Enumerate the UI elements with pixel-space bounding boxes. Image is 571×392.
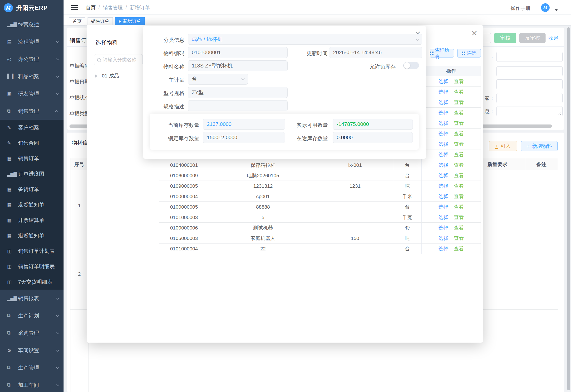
select-link[interactable]: 选择 bbox=[438, 214, 449, 221]
sidebar-item-经营总控[interactable]: ▂▅▇经营总控 bbox=[0, 16, 63, 33]
spec-input[interactable] bbox=[188, 100, 288, 111]
select-link[interactable]: 选择 bbox=[438, 78, 449, 85]
sidebar-item-销售订单计划表[interactable]: ◫销售订单计划表 bbox=[0, 243, 63, 259]
select-link[interactable]: 选择 bbox=[438, 130, 449, 137]
view-link[interactable]: 查看 bbox=[454, 183, 464, 189]
table-row[interactable]: 010000000588888台选择查看 bbox=[159, 202, 481, 212]
vertical-scrollbar[interactable] bbox=[567, 27, 570, 390]
view-link[interactable]: 查看 bbox=[454, 204, 464, 210]
table-row[interactable]: 0100000004cp001千米选择查看 bbox=[159, 191, 481, 202]
view-link[interactable]: 查看 bbox=[454, 162, 464, 168]
view-link[interactable]: 查看 bbox=[454, 235, 464, 242]
view-link[interactable]: 查看 bbox=[454, 172, 464, 179]
view-link[interactable]: 查看 bbox=[454, 193, 464, 200]
select-link[interactable]: 选择 bbox=[438, 162, 449, 168]
info-textarea[interactable] bbox=[496, 106, 563, 116]
sidebar-item-销售合同[interactable]: ✎销售合同 bbox=[0, 135, 63, 151]
sidebar-item-车间设置[interactable]: ⚙车间设置 bbox=[0, 342, 63, 359]
sidebar-item-加工车间[interactable]: ⧉加工车间 bbox=[0, 376, 63, 392]
select-link[interactable]: 选择 bbox=[438, 141, 449, 148]
tab-新增订单[interactable]: 新增订单 bbox=[115, 17, 145, 25]
negative-stock-toggle[interactable] bbox=[403, 62, 419, 69]
order-side-input-2[interactable] bbox=[496, 66, 563, 76]
category-search-input[interactable] bbox=[103, 57, 140, 62]
sidebar-item-销售管理[interactable]: ⧉销售管理 bbox=[0, 102, 63, 120]
select-link[interactable]: 选择 bbox=[438, 235, 449, 242]
collapse-link[interactable]: 收起 bbox=[548, 35, 558, 41]
model-input[interactable] bbox=[188, 87, 288, 98]
audit-button[interactable]: 审核 bbox=[494, 33, 516, 43]
add-material-button[interactable]: + 新增物料 bbox=[521, 141, 558, 151]
breadcrumb-item[interactable]: 首页 bbox=[86, 4, 96, 11]
updated-input[interactable] bbox=[329, 47, 422, 58]
sidebar-item-生产计划[interactable]: ⧉生产计划 bbox=[0, 307, 63, 324]
select-link[interactable]: 选择 bbox=[438, 99, 449, 106]
select-link[interactable]: 选择 bbox=[438, 151, 449, 158]
sidebar-item-销售报表[interactable]: ▂▅▇销售报表 bbox=[0, 290, 63, 307]
sidebar-item-备货订单[interactable]: ▦备货订单 bbox=[0, 182, 63, 197]
unaudit-button[interactable]: 反审核 bbox=[519, 33, 545, 43]
current-stock-input[interactable] bbox=[203, 119, 285, 130]
sidebar-item-销售订单明细表[interactable]: ◫销售订单明细表 bbox=[0, 259, 63, 274]
view-link[interactable]: 查看 bbox=[454, 78, 464, 85]
vendor-input[interactable] bbox=[496, 93, 563, 103]
view-link[interactable]: 查看 bbox=[454, 130, 464, 137]
select-link[interactable]: 选择 bbox=[438, 204, 449, 210]
table-row[interactable]: 010100000422台选择查看 bbox=[159, 243, 481, 254]
view-link[interactable]: 查看 bbox=[454, 151, 464, 158]
sidebar-item-生产管理[interactable]: ⧉生产管理 bbox=[0, 359, 63, 376]
picker-close-icon[interactable]: × bbox=[471, 29, 478, 37]
select-link[interactable]: 选择 bbox=[438, 224, 449, 231]
tree-expand-caret-icon[interactable] bbox=[95, 74, 99, 78]
sidebar-item-发货通知单[interactable]: ▦发货通知单 bbox=[0, 197, 63, 212]
view-link[interactable]: 查看 bbox=[454, 245, 464, 252]
table-row[interactable]: 01010000035千克选择查看 bbox=[159, 212, 481, 223]
table-row[interactable]: 010900000512313121231吨选择查看 bbox=[159, 181, 481, 191]
sidebar-item-研发管理[interactable]: ▣研发管理 bbox=[0, 85, 63, 102]
select-link[interactable]: 选择 bbox=[438, 89, 449, 95]
sidebar-item-7天交货明细表[interactable]: ◫7天交货明细表 bbox=[0, 274, 63, 290]
sidebar-item-采购管理[interactable]: ⧉采购管理 bbox=[0, 324, 63, 342]
user-avatar[interactable]: M bbox=[541, 3, 550, 12]
view-link[interactable]: 查看 bbox=[454, 120, 464, 127]
sidebar-item-客户档案[interactable]: ✎客户档案 bbox=[0, 120, 63, 135]
tab-销售订单[interactable]: 销售订单 bbox=[88, 17, 113, 25]
breadcrumb-item[interactable]: 销售管理 bbox=[103, 4, 123, 11]
view-link[interactable]: 查看 bbox=[454, 89, 464, 95]
table-row[interactable]: 0105000003家庭机器人150吨选择查看 bbox=[159, 233, 481, 243]
sidebar-collapse-icon[interactable] bbox=[71, 5, 78, 6]
user-menu-caret-icon[interactable] bbox=[555, 9, 558, 13]
category-tree-node[interactable]: 01-成品 bbox=[95, 72, 119, 79]
select-link[interactable]: 选择 bbox=[438, 172, 449, 179]
transit-stock-input[interactable] bbox=[333, 132, 413, 143]
select-link[interactable]: 选择 bbox=[438, 120, 449, 127]
sidebar-item-开票结算单[interactable]: ▦开票结算单 bbox=[0, 212, 63, 228]
view-link[interactable]: 查看 bbox=[454, 110, 464, 116]
category-select[interactable]: 成品 / 纸杯机 bbox=[188, 34, 422, 45]
order-side-input-3[interactable] bbox=[496, 79, 563, 89]
name-input[interactable] bbox=[188, 60, 288, 71]
available-stock-input[interactable] bbox=[333, 119, 413, 130]
breadcrumb-item[interactable]: 新增订单 bbox=[130, 4, 150, 11]
query-all-button[interactable]: 查询所有 bbox=[430, 49, 454, 57]
tab-首页[interactable]: 首页 bbox=[69, 17, 85, 25]
view-link[interactable]: 查看 bbox=[454, 214, 464, 221]
sidebar-item-料品档案[interactable]: ▌▐料品档案 bbox=[0, 68, 63, 85]
table-row[interactable]: 0100000006测试机器套选择查看 bbox=[159, 223, 481, 233]
select-link[interactable]: 选择 bbox=[438, 245, 449, 252]
multi-select-button[interactable]: 连选 bbox=[457, 49, 481, 57]
order-side-input-1[interactable] bbox=[496, 52, 563, 62]
view-link[interactable]: 查看 bbox=[454, 224, 464, 231]
sidebar-item-退货通知单[interactable]: ▦退货通知单 bbox=[0, 228, 63, 243]
view-link[interactable]: 查看 bbox=[454, 141, 464, 148]
select-link[interactable]: 选择 bbox=[438, 110, 449, 116]
sidebar-item-订单进度图[interactable]: ▂▅▇订单进度图 bbox=[0, 166, 63, 182]
unit-select[interactable]: 台 bbox=[188, 74, 248, 84]
sidebar-item-销售订单[interactable]: ▦销售订单 bbox=[0, 151, 63, 166]
table-row[interactable]: 0106000009电脑20260105台选择查看 bbox=[159, 170, 481, 181]
select-link[interactable]: 选择 bbox=[438, 193, 449, 200]
code-input[interactable] bbox=[188, 47, 288, 58]
view-link[interactable]: 查看 bbox=[454, 99, 464, 106]
select-link[interactable]: 选择 bbox=[438, 183, 449, 189]
manual-link[interactable]: 操作手册 bbox=[511, 5, 531, 11]
